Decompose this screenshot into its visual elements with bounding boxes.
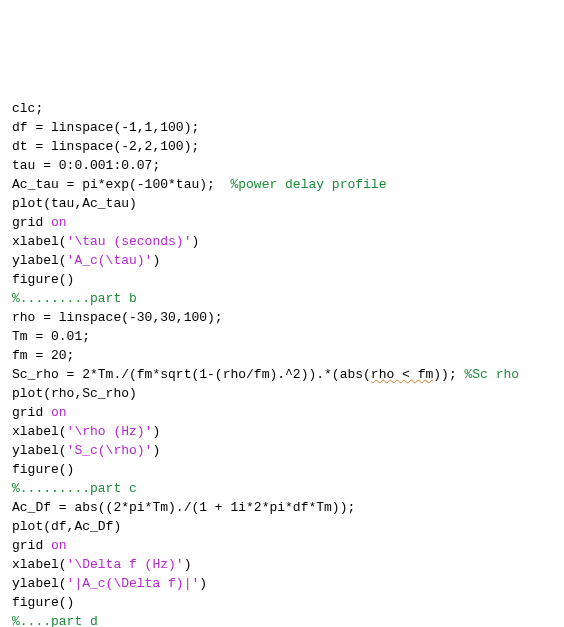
string-text: 'S_c(\rho)': [67, 443, 153, 458]
code-line: Ac_Df = abs((2*pi*Tm)./(1 + 1i*2*pi*df*T…: [12, 498, 558, 517]
code-line: %....part d: [12, 612, 558, 627]
code-text: fm = 20;: [12, 348, 74, 363]
code-line: xlabel('\tau (seconds)'): [12, 232, 558, 251]
code-text: figure(): [12, 595, 74, 610]
code-line: %.........part c: [12, 479, 558, 498]
code-line: figure(): [12, 593, 558, 612]
code-text: xlabel(: [12, 557, 67, 572]
code-text: rho < fm: [371, 367, 433, 382]
code-line: figure(): [12, 270, 558, 289]
string-text: on: [51, 405, 67, 420]
code-line: grid on: [12, 403, 558, 422]
code-line: dt = linspace(-2,2,100);: [12, 137, 558, 156]
code-text: figure(): [12, 272, 74, 287]
code-text: df = linspace(-1,1,100);: [12, 120, 199, 135]
code-line: plot(tau,Ac_tau): [12, 194, 558, 213]
code-text: dt = linspace(-2,2,100);: [12, 139, 199, 154]
code-line: xlabel('\Delta f (Hz)'): [12, 555, 558, 574]
code-line: Sc_rho = 2*Tm./(fm*sqrt(1-(rho/fm).^2)).…: [12, 365, 558, 384]
code-text: Ac_tau = pi*exp(-100*tau);: [12, 177, 230, 192]
code-text: tau = 0:0.001:0.07;: [12, 158, 160, 173]
code-line: %.........part b: [12, 289, 558, 308]
squiggle-hint: ~~~~~~~: [12, 42, 558, 61]
code-line: fm = 20;: [12, 346, 558, 365]
code-line: grid on: [12, 213, 558, 232]
code-line: Ac_tau = pi*exp(-100*tau); %power delay …: [12, 175, 558, 194]
code-text: xlabel(: [12, 234, 67, 249]
string-text: on: [51, 538, 67, 553]
code-line: tau = 0:0.001:0.07;: [12, 156, 558, 175]
code-text: ylabel(: [12, 443, 67, 458]
string-text: '\tau (seconds)': [67, 234, 192, 249]
string-text: '|A_c(\Delta f)|': [67, 576, 200, 591]
code-text: Ac_Df = abs((2*pi*Tm)./(1 + 1i*2*pi*df*T…: [12, 500, 355, 515]
code-text: Tm = 0.01;: [12, 329, 90, 344]
code-text: xlabel(: [12, 424, 67, 439]
code-lines: clc;df = linspace(-1,1,100);dt = linspac…: [12, 99, 558, 627]
code-text: plot(rho,Sc_rho): [12, 386, 137, 401]
code-line: xlabel('\rho (Hz)'): [12, 422, 558, 441]
code-line: df = linspace(-1,1,100);: [12, 118, 558, 137]
code-line: plot(df,Ac_Df): [12, 517, 558, 536]
code-text: ylabel(: [12, 576, 67, 591]
code-editor: ~~~~~~~ clc;df = linspace(-1,1,100);dt =…: [0, 0, 564, 627]
code-text: figure(): [12, 462, 74, 477]
string-text: on: [51, 215, 67, 230]
comment-text: %power delay profile: [230, 177, 386, 192]
string-text: 'A_c(\tau)': [67, 253, 153, 268]
code-text: ylabel(: [12, 253, 67, 268]
code-text: plot(df,Ac_Df): [12, 519, 121, 534]
comment-text: %.........part c: [12, 481, 137, 496]
code-text: plot(tau,Ac_tau): [12, 196, 137, 211]
code-text: ): [191, 234, 199, 249]
code-text: ): [152, 424, 160, 439]
code-text: ): [152, 253, 160, 268]
comment-text: %....part d: [12, 614, 98, 627]
code-line: ylabel('A_c(\tau)'): [12, 251, 558, 270]
code-text: clc;: [12, 101, 43, 116]
code-text: grid: [12, 405, 51, 420]
code-line: figure(): [12, 460, 558, 479]
code-text: Sc_rho = 2*Tm./(fm*sqrt(1-(rho/fm).^2)).…: [12, 367, 371, 382]
string-text: '\Delta f (Hz)': [67, 557, 184, 572]
code-line: ylabel('|A_c(\Delta f)|'): [12, 574, 558, 593]
code-line: plot(rho,Sc_rho): [12, 384, 558, 403]
code-text: ): [184, 557, 192, 572]
code-text: ));: [433, 367, 464, 382]
code-text: grid: [12, 215, 51, 230]
string-text: '\rho (Hz)': [67, 424, 153, 439]
code-line: clc;: [12, 99, 558, 118]
comment-text: %.........part b: [12, 291, 137, 306]
comment-text: %Sc rho: [465, 367, 520, 382]
code-text: ): [199, 576, 207, 591]
code-line: grid on: [12, 536, 558, 555]
code-line: ylabel('S_c(\rho)'): [12, 441, 558, 460]
code-line: Tm = 0.01;: [12, 327, 558, 346]
code-text: rho = linspace(-30,30,100);: [12, 310, 223, 325]
code-text: ): [152, 443, 160, 458]
code-line: rho = linspace(-30,30,100);: [12, 308, 558, 327]
code-text: grid: [12, 538, 51, 553]
